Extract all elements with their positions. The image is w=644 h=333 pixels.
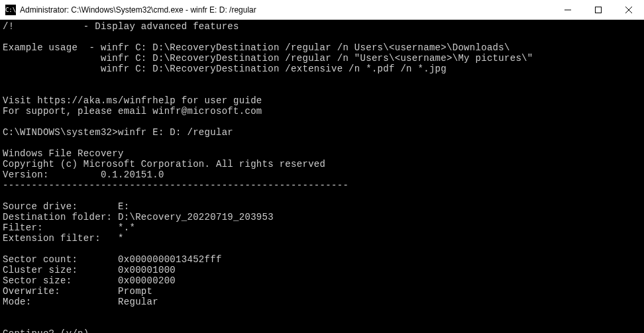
- terminal-output[interactable]: /! - Display advanced featuresExample us…: [0, 20, 644, 333]
- terminal-line: Source drive: E:: [3, 201, 641, 212]
- terminal-line: [3, 85, 641, 95]
- terminal-line: Extension filter: *: [3, 233, 641, 244]
- terminal-line: Windows File Recovery: [3, 148, 641, 159]
- terminal-line: Mode: Regular: [3, 297, 641, 307]
- terminal-line: Overwrite: Prompt: [3, 286, 641, 297]
- terminal-line: Visit https://aka.ms/winfrhelp for user …: [3, 95, 641, 106]
- svg-rect-1: [596, 7, 602, 13]
- terminal-line: C:\WINDOWS\system32>winfr E: D: /regular: [3, 127, 641, 138]
- terminal-line: Copyright (c) Microsoft Corporation. All…: [3, 159, 641, 169]
- minimize-button[interactable]: [553, 0, 583, 19]
- terminal-line: [3, 307, 641, 318]
- maximize-button[interactable]: [583, 0, 614, 19]
- terminal-line: Version: 0.1.20151.0: [3, 169, 641, 180]
- terminal-line: Cluster size: 0x00001000: [3, 265, 641, 275]
- terminal-line: Destination folder: D:\Recovery_20220719…: [3, 212, 641, 222]
- svg-line-2: [625, 7, 632, 13]
- window-title: Administrator: C:\Windows\System32\cmd.e…: [20, 5, 553, 15]
- terminal-line: winfr C: D:\RecoveryDestination /regular…: [3, 53, 641, 64]
- terminal-line: [3, 244, 641, 254]
- window-controls: [553, 0, 644, 19]
- cmd-icon: C:\: [5, 5, 16, 15]
- terminal-line: Continue? (y/n): [3, 328, 641, 333]
- terminal-line: Filter: *.*: [3, 222, 641, 233]
- terminal-line: [3, 117, 641, 127]
- terminal-line: [3, 318, 641, 328]
- terminal-line: winfr C: D:\RecoveryDestination /extensi…: [3, 64, 641, 74]
- terminal-line: [3, 74, 641, 85]
- terminal-line: [3, 191, 641, 201]
- close-button[interactable]: [614, 0, 644, 19]
- terminal-line: [3, 138, 641, 148]
- terminal-line: /! - Display advanced features: [3, 21, 641, 32]
- terminal-line: ----------------------------------------…: [3, 180, 641, 191]
- terminal-line: Example usage - winfr C: D:\RecoveryDest…: [3, 42, 641, 53]
- terminal-line: For support, please email winfr@microsof…: [3, 106, 641, 117]
- terminal-line: Sector size: 0x00000200: [3, 275, 641, 286]
- terminal-line: Sector count: 0x0000000013452fff: [3, 254, 641, 265]
- svg-line-3: [625, 7, 632, 13]
- terminal-line: [3, 32, 641, 42]
- window-titlebar: C:\ Administrator: C:\Windows\System32\c…: [0, 0, 644, 20]
